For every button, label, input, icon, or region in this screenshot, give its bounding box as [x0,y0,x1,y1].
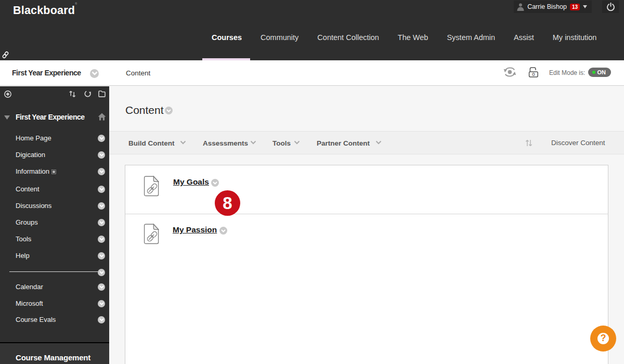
svg-text:0: 0 [532,71,535,77]
